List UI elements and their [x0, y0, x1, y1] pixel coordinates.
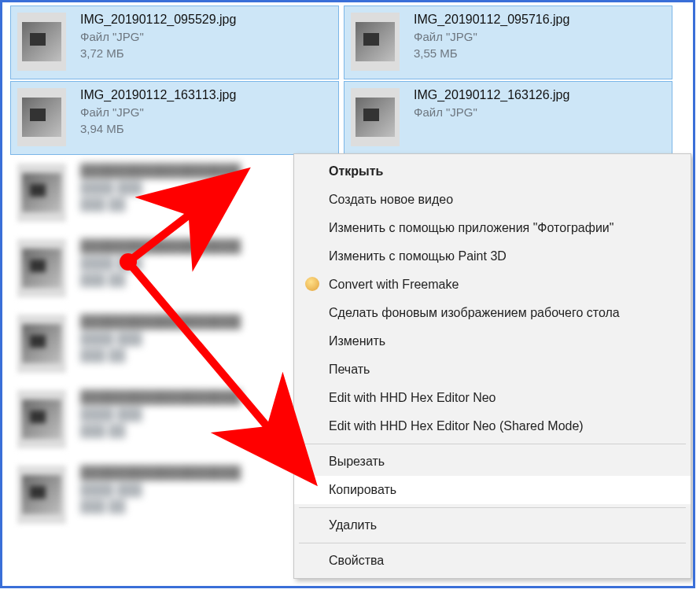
menu-convert-freemake-label: Convert with Freemake	[329, 278, 459, 291]
file-name: IMG_20190112_163113.jpg	[80, 88, 236, 102]
menu-hex-neo-shared[interactable]: Edit with HHD Hex Editor Neo (Shared Mod…	[294, 412, 691, 440]
file-type: Файл "JPG"	[414, 105, 569, 119]
menu-properties[interactable]: Свойства	[294, 547, 691, 575]
file-item[interactable]: IMG_20190112_095529.jpg Файл "JPG" 3,72 …	[10, 6, 339, 79]
file-thumbnail	[17, 13, 66, 71]
file-item[interactable]: ██████████████████████ ██████ ██	[10, 157, 339, 230]
file-item[interactable]: ██████████████████████ ██████ ██	[10, 232, 339, 306]
file-type: Файл "JPG"	[414, 30, 569, 43]
menu-convert-freemake[interactable]: Convert with Freemake	[294, 271, 691, 299]
menu-separator	[299, 507, 686, 508]
explorer-pane: IMG_20190112_095529.jpg Файл "JPG" 3,72 …	[0, 0, 695, 588]
file-meta: IMG_20190112_095529.jpg Файл "JPG" 3,72 …	[80, 13, 236, 60]
file-type: Файл "JPG"	[80, 105, 236, 119]
menu-edit[interactable]: Изменить	[294, 327, 691, 355]
file-item[interactable]: ██████████████████████ ██████ ██	[10, 308, 339, 381]
file-thumbnail	[17, 466, 66, 524]
file-item[interactable]: IMG_20190112_095716.jpg Файл "JPG" 3,55 …	[344, 6, 672, 79]
menu-copy[interactable]: Копировать	[294, 476, 691, 504]
file-type: Файл "JPG"	[80, 30, 236, 43]
file-thumbnail	[17, 164, 66, 222]
menu-hex-neo[interactable]: Edit with HHD Hex Editor Neo	[294, 384, 691, 412]
file-thumbnail	[351, 88, 400, 146]
file-item[interactable]: ██████████████████████ ██████ ██	[10, 383, 339, 457]
file-thumbnail	[17, 88, 66, 146]
file-meta: IMG_20190112_095716.jpg Файл "JPG" 3,55 …	[414, 13, 569, 60]
file-item[interactable]: ██████████████████████ ██████ ██	[10, 459, 339, 532]
menu-new-video[interactable]: Создать новое видео	[294, 186, 691, 214]
file-thumbnail	[17, 390, 66, 448]
context-menu: Открыть Создать новое видео Изменить с п…	[293, 153, 691, 579]
menu-edit-photos[interactable]: Изменить с помощью приложения "Фотографи…	[294, 214, 691, 242]
file-item[interactable]: IMG_20190112_163126.jpg Файл "JPG"	[344, 81, 672, 155]
file-name: IMG_20190112_095716.jpg	[414, 13, 569, 27]
file-size: 3,94 МБ	[80, 122, 236, 135]
menu-set-wallpaper[interactable]: Сделать фоновым изображением рабочего ст…	[294, 299, 691, 327]
file-thumbnail	[351, 13, 400, 71]
file-name: IMG_20190112_163126.jpg	[414, 88, 569, 102]
file-thumbnail	[17, 239, 66, 297]
file-thumbnail	[17, 315, 66, 373]
file-meta: IMG_20190112_163126.jpg Файл "JPG"	[414, 88, 569, 122]
menu-edit-paint3d[interactable]: Изменить с помощью Paint 3D	[294, 242, 691, 271]
menu-delete[interactable]: Удалить	[294, 511, 691, 540]
menu-print[interactable]: Печать	[294, 355, 691, 384]
menu-open[interactable]: Открыть	[294, 157, 691, 186]
file-item[interactable]: IMG_20190112_163113.jpg Файл "JPG" 3,94 …	[10, 81, 339, 155]
menu-cut[interactable]: Вырезать	[294, 448, 691, 476]
file-meta: IMG_20190112_163113.jpg Файл "JPG" 3,94 …	[80, 88, 236, 135]
menu-separator	[299, 444, 686, 444]
file-name: IMG_20190112_095529.jpg	[80, 13, 236, 27]
file-size: 3,72 МБ	[80, 46, 236, 60]
freemake-icon	[305, 277, 319, 291]
menu-separator	[299, 543, 686, 543]
file-size: 3,55 МБ	[414, 46, 569, 60]
